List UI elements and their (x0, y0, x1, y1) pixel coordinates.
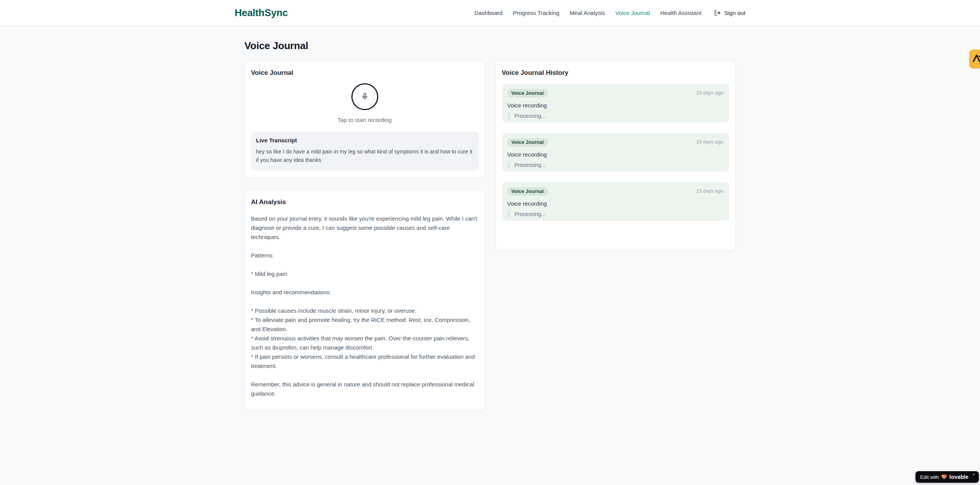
heart-icon (941, 474, 947, 480)
history-entry: Voice Journal 15 days ago Voice recordin… (502, 182, 729, 221)
edit-tool-tab[interactable] (969, 49, 980, 68)
close-icon[interactable]: × (972, 472, 975, 477)
history-list: Voice Journal 15 days ago Voice recordin… (502, 84, 729, 221)
lovable-brand-label: lovable (949, 474, 968, 480)
recorder-card-title: Voice Journal (251, 69, 478, 77)
entry-type-badge: Voice Journal (507, 89, 548, 97)
entry-title: Voice recording (507, 151, 723, 158)
log-out-icon (714, 10, 721, 16)
edit-tool-logo-icon (972, 53, 980, 65)
sign-out-button[interactable]: Sign out (714, 10, 745, 16)
ai-analysis-body: Based on your journal entry, it sounds l… (251, 214, 479, 398)
tap-to-record-label: Tap to start recording (338, 117, 392, 123)
main-content: Voice Journal Voice Journal (245, 26, 736, 411)
microphone-icon (361, 93, 368, 101)
voice-journal-history-card: Voice Journal History Voice Journal 15 d… (495, 61, 736, 251)
entry-timestamp: 15 days ago (696, 90, 723, 96)
page-title: Voice Journal (245, 40, 736, 52)
entry-timestamp: 15 days ago (696, 139, 723, 145)
entry-type-badge: Voice Journal (507, 187, 548, 196)
entry-type-badge: Voice Journal (507, 138, 548, 147)
live-transcript-text: hey so like I do have a mild pain in my … (256, 147, 473, 164)
sign-out-label: Sign out (724, 10, 745, 16)
nav-item-meal-analysis[interactable]: Meal Analysis (570, 10, 605, 16)
ai-analysis-title: AI Analysis (251, 198, 478, 206)
ai-analysis-card: AI Analysis Based on your journal entry,… (245, 190, 485, 411)
history-entry: Voice Journal 15 days ago Voice recordin… (502, 84, 729, 122)
brand-logo[interactable]: HealthSync (235, 7, 288, 19)
right-column: Voice Journal History Voice Journal 15 d… (495, 61, 736, 251)
edit-with-lovable-badge[interactable]: Edit with lovable × (915, 471, 979, 483)
live-transcript-box: Live Transcript hey so like I do have a … (251, 132, 479, 170)
entry-status: Processing... (508, 113, 723, 119)
nav-item-voice-journal[interactable]: Voice Journal (615, 10, 650, 16)
history-entry: Voice Journal 15 days ago Voice recordin… (502, 133, 729, 172)
nav-item-dashboard[interactable]: Dashboard (474, 10, 502, 16)
voice-recorder-card: Voice Journal Tap to start recording (245, 61, 485, 178)
live-transcript-title: Live Transcript (256, 137, 473, 144)
lovable-badge-prefix: Edit with (920, 474, 939, 480)
history-card-title: Voice Journal History (502, 69, 729, 77)
entry-timestamp: 15 days ago (696, 188, 723, 194)
entry-status: Processing... (508, 211, 723, 218)
entry-title: Voice recording (507, 102, 723, 109)
entry-status: Processing... (508, 162, 723, 168)
record-button[interactable] (351, 83, 378, 110)
nav-item-health-assistant[interactable]: Health Assistant (660, 10, 702, 16)
entry-title: Voice recording (507, 200, 723, 207)
left-column: Voice Journal Tap to start recording (245, 61, 485, 411)
app-header: HealthSync Dashboard Progress Tracking M… (0, 0, 980, 26)
nav-item-progress-tracking[interactable]: Progress Tracking (513, 10, 560, 16)
main-nav: Dashboard Progress Tracking Meal Analysi… (474, 10, 745, 16)
